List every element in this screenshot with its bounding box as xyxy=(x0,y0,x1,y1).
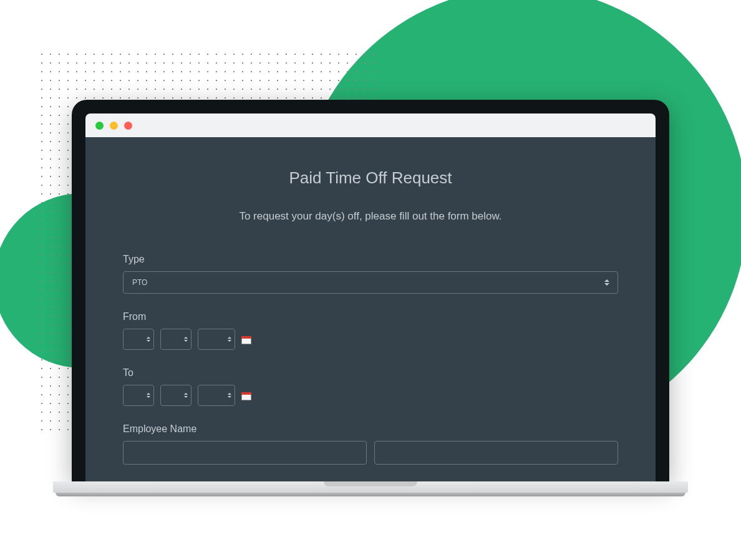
form-description: To request your day(s) off, please fill … xyxy=(123,210,618,223)
employee-name-label: Employee Name xyxy=(123,423,618,435)
from-field: From xyxy=(123,311,618,350)
from-month-select[interactable] xyxy=(123,329,154,350)
to-date-group xyxy=(123,385,618,406)
laptop-mockup: Paid Time Off Request To request your da… xyxy=(53,100,688,499)
from-date-group xyxy=(123,329,618,350)
to-calendar-icon[interactable] xyxy=(241,390,251,400)
laptop-base xyxy=(53,481,688,499)
browser-header xyxy=(85,113,656,137)
type-label: Type xyxy=(123,254,618,265)
type-field: Type PTO xyxy=(123,254,618,294)
laptop-notch xyxy=(324,481,417,486)
from-calendar-icon[interactable] xyxy=(241,334,251,344)
traffic-light-minimize-icon[interactable] xyxy=(110,122,118,130)
from-year-select[interactable] xyxy=(198,329,235,350)
employee-name-field: Employee Name xyxy=(123,423,618,465)
form-content: Paid Time Off Request To request your da… xyxy=(85,137,656,481)
to-label: To xyxy=(123,367,618,379)
form-title: Paid Time Off Request xyxy=(123,168,618,188)
to-year-select[interactable] xyxy=(198,385,235,406)
traffic-light-close-icon[interactable] xyxy=(95,122,104,130)
from-day-select[interactable] xyxy=(160,329,191,350)
to-month-select[interactable] xyxy=(123,385,154,406)
name-input-group xyxy=(123,441,618,465)
traffic-light-maximize-icon[interactable] xyxy=(124,122,132,130)
laptop-screen: Paid Time Off Request To request your da… xyxy=(72,100,669,481)
from-label: From xyxy=(123,311,618,322)
last-name-input[interactable] xyxy=(374,441,618,465)
to-field: To xyxy=(123,367,618,406)
to-day-select[interactable] xyxy=(160,385,191,406)
type-select-wrapper: PTO xyxy=(123,271,618,294)
first-name-input[interactable] xyxy=(123,441,367,465)
browser-window: Paid Time Off Request To request your da… xyxy=(85,113,656,481)
type-select[interactable]: PTO xyxy=(123,271,618,294)
